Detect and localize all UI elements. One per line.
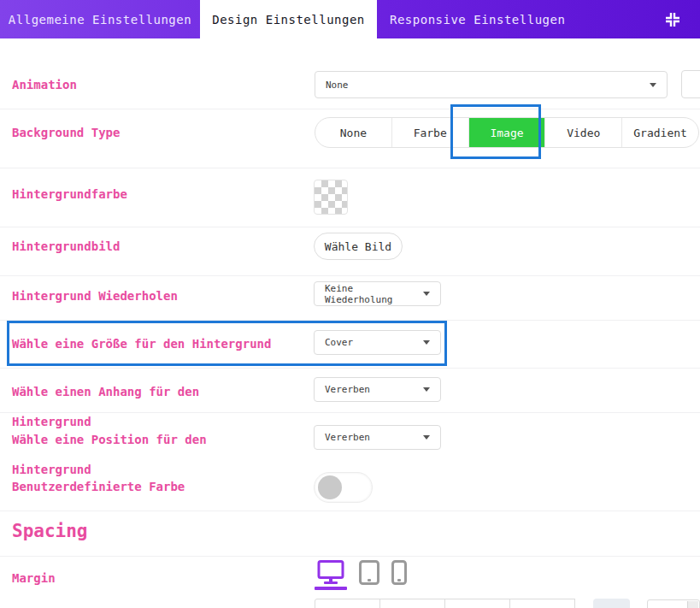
background-type-label: Background Type	[12, 126, 120, 139]
chevron-down-icon	[650, 83, 656, 87]
margin-link-button[interactable]	[593, 599, 630, 608]
row-divider	[0, 368, 700, 369]
bg-type-option-video[interactable]: Video	[545, 118, 622, 147]
section-divider	[0, 511, 700, 511]
background-type-button-group: None Farbe Image Video Gradient	[315, 117, 699, 148]
bg-type-option-none[interactable]: None	[315, 118, 392, 147]
margin-label: Margin	[12, 571, 56, 585]
background-repeat-value: Keine Wiederholung	[325, 283, 423, 305]
custom-color-toggle[interactable]	[314, 472, 373, 503]
background-attachment-label-line2: Hintergrund	[12, 415, 91, 428]
animation-select[interactable]: None	[315, 71, 668, 98]
active-device-indicator	[315, 587, 347, 590]
background-color-label: Hintergrundfarbe	[12, 187, 127, 201]
spacing-section-title: Spacing	[12, 521, 88, 541]
chevron-down-icon	[423, 387, 430, 392]
tab-design-einstellungen[interactable]: Design Einstellungen	[200, 0, 377, 38]
collapse-panel-icon[interactable]	[664, 11, 681, 28]
background-repeat-select[interactable]: Keine Wiederholung	[314, 281, 441, 306]
margin-input-right[interactable]	[379, 599, 445, 608]
background-position-select[interactable]: Vererben	[314, 425, 441, 450]
row-divider	[0, 109, 700, 109]
background-repeat-label: Hintergrund Wiederholen	[12, 289, 178, 303]
background-position-label-line1: Wähle eine Position für den	[12, 433, 207, 446]
toggle-knob	[318, 475, 342, 499]
custom-color-label: Benutzerdefinierte Farbe	[12, 480, 185, 493]
background-position-label-line2: Hintergrund	[12, 463, 91, 476]
tablet-icon[interactable]	[359, 560, 379, 588]
margin-input-top[interactable]	[315, 599, 380, 608]
chevron-down-icon	[423, 292, 430, 296]
row-divider	[0, 320, 700, 321]
bg-type-option-gradient[interactable]: Gradient	[622, 118, 698, 147]
bg-type-option-farbe[interactable]: Farbe	[392, 118, 469, 147]
background-attachment-label-line1: Wähle einen Anhang für den	[12, 385, 199, 398]
background-attachment-select[interactable]: Vererben	[314, 377, 441, 402]
background-image-label: Hintergrundbild	[12, 239, 120, 253]
chevron-down-icon	[423, 340, 430, 345]
tab-allgemeine-einstellungen[interactable]: Allgemeine Einstellungen	[0, 0, 200, 38]
row-divider	[0, 168, 700, 168]
margin-number-input[interactable]	[647, 599, 700, 608]
device-switcher	[315, 560, 407, 588]
margin-input-bottom[interactable]	[444, 599, 510, 608]
tab-responsive-einstellungen[interactable]: Responsive Einstellugen	[377, 0, 625, 38]
background-size-label: Wähle eine Größe für den Hintergrund	[12, 337, 271, 351]
tab-label: Allgemeine Einstellungen	[9, 13, 191, 27]
section-divider	[0, 556, 700, 557]
background-position-value: Vererben	[325, 432, 370, 443]
settings-tabbar: Allgemeine Einstellungen Design Einstell…	[0, 0, 700, 38]
background-attachment-value: Vererben	[325, 384, 370, 395]
background-size-value: Cover	[325, 337, 353, 348]
tab-label: Responsive Einstellugen	[390, 13, 565, 27]
animation-select-value: None	[326, 80, 349, 91]
mobile-icon[interactable]	[391, 560, 407, 588]
animation-label: Animation	[12, 78, 77, 91]
desktop-icon[interactable]	[315, 560, 347, 588]
background-size-select[interactable]: Cover	[314, 330, 441, 355]
margin-value-inputs	[315, 599, 574, 608]
clipped-input[interactable]	[681, 70, 700, 98]
row-divider	[0, 412, 700, 413]
number-spinner-icon[interactable]	[687, 601, 698, 608]
tab-label: Design Einstellungen	[212, 13, 365, 27]
row-divider	[0, 227, 700, 227]
transparent-color-swatch[interactable]	[314, 180, 348, 215]
margin-input-left[interactable]	[509, 599, 575, 608]
chevron-down-icon	[423, 435, 430, 440]
row-divider	[0, 275, 700, 276]
bg-type-option-image[interactable]: Image	[469, 118, 546, 147]
choose-image-button[interactable]: Wähle Bild	[314, 233, 403, 260]
